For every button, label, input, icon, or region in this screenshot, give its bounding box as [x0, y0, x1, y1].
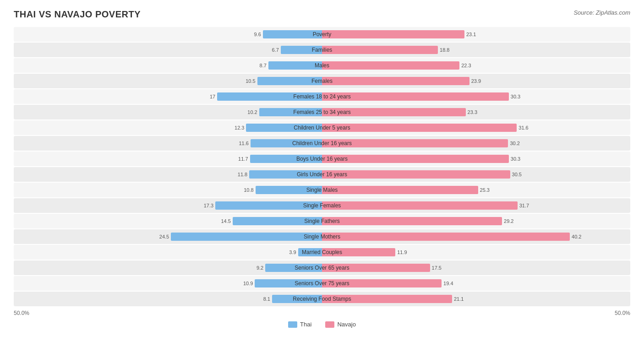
thai-value-label: 9.6 [254, 32, 261, 37]
category-label: Boys Under 16 years [296, 156, 348, 162]
bar-row: 10.9 Seniors Over 75 years 19.4 [14, 276, 630, 291]
bar-row: 17.3 Single Females 31.7 [14, 198, 630, 213]
category-label: Children Under 5 years [294, 125, 350, 131]
bar-row: 11.8 Girls Under 16 years 30.5 [14, 167, 630, 182]
bar-navajo [322, 155, 509, 163]
bar-row: 14.5 Single Fathers 29.2 [14, 214, 630, 228]
bar-navajo [322, 170, 510, 179]
thai-value-label: 11.8 [238, 172, 247, 177]
category-label: Girls Under 16 years [297, 171, 347, 178]
thai-value-label: 10.9 [243, 281, 253, 286]
bar-navajo [322, 77, 469, 85]
category-label: Poverty [313, 31, 332, 38]
category-label: Females 25 to 34 years [293, 109, 350, 115]
navajo-value-label: 23.9 [471, 78, 481, 84]
bar-navajo [322, 201, 518, 210]
thai-value-label: 3.9 [289, 249, 296, 255]
navajo-value-label: 19.4 [443, 281, 453, 286]
thai-value-label: 8.7 [260, 63, 267, 68]
chart-source: Source: ZipAtlas.com [573, 9, 630, 16]
navajo-value-label: 30.5 [512, 172, 522, 177]
bar-navajo [322, 124, 517, 132]
navajo-value-label: 17.5 [432, 265, 442, 271]
bar-row: 6.7 Families 18.8 [14, 43, 630, 57]
thai-value-label: 24.5 [159, 234, 169, 239]
thai-value-label: 10.2 [247, 109, 257, 115]
navajo-value-label: 23.1 [466, 32, 476, 37]
category-label: Males [315, 62, 329, 69]
thai-value-label: 11.7 [238, 156, 248, 162]
thai-value-label: 11.6 [239, 141, 248, 146]
bar-row: 9.2 Seniors Over 65 years 17.5 [14, 260, 630, 275]
navajo-value-label: 22.3 [461, 63, 471, 68]
bar-row: 9.6 Poverty 23.1 [14, 27, 630, 42]
bar-row: 8.7 Males 22.3 [14, 58, 630, 73]
legend-navajo-label: Navajo [337, 321, 355, 328]
legend-thai-box [288, 321, 297, 328]
category-label: Single Fathers [304, 218, 339, 224]
category-label: Children Under 16 years [292, 140, 352, 146]
navajo-value-label: 40.2 [572, 234, 581, 239]
bar-row: 3.9 Married Couples 11.9 [14, 245, 630, 260]
category-label: Females [311, 78, 333, 84]
bar-thai [268, 61, 322, 70]
bar-row: 10.5 Females 23.9 [14, 74, 630, 88]
legend-navajo-box [325, 321, 334, 328]
chart-title: THAI VS NAVAJO POVERTY [14, 9, 141, 20]
category-label: Receiving Food Stamps [293, 296, 351, 302]
bar-navajo [322, 61, 459, 70]
navajo-value-label: 30.3 [511, 94, 520, 99]
navajo-value-label: 31.6 [518, 125, 528, 130]
navajo-value-label: 11.9 [397, 249, 407, 255]
axis-labels: 50.0% 50.0% [14, 310, 630, 316]
navajo-value-label: 18.8 [440, 47, 449, 53]
thai-value-label: 8.1 [263, 296, 270, 302]
bar-row: 10.2 Females 25 to 34 years 23.3 [14, 105, 630, 119]
axis-left-label: 50.0% [14, 310, 29, 316]
thai-value-label: 10.5 [246, 78, 255, 84]
category-label: Single Males [306, 187, 338, 193]
bar-navajo [322, 46, 438, 54]
navajo-value-label: 30.3 [511, 156, 520, 162]
legend-thai: Thai [288, 321, 311, 328]
bar-navajo [322, 233, 570, 241]
bar-row: 17 Females 18 to 24 years 30.3 [14, 89, 630, 104]
bar-navajo [322, 30, 464, 38]
category-label: Females 18 to 24 years [293, 93, 350, 100]
chart-body: 9.6 Poverty 23.1 6.7 Families [14, 27, 630, 306]
bar-row: 10.8 Single Males 25.3 [14, 183, 630, 197]
thai-value-label: 9.2 [257, 265, 263, 271]
chart-container: THAI VS NAVAJO POVERTY Source: ZipAtlas.… [14, 9, 630, 328]
category-label: Single Females [303, 202, 341, 209]
thai-value-label: 17 [210, 94, 215, 99]
bar-row: 8.1 Receiving Food Stamps 21.1 [14, 292, 630, 306]
legend-thai-label: Thai [300, 321, 311, 328]
category-label: Seniors Over 75 years [295, 280, 349, 287]
chart-header: THAI VS NAVAJO POVERTY Source: ZipAtlas.… [14, 9, 630, 20]
bar-thai [171, 233, 322, 241]
category-label: Seniors Over 65 years [295, 265, 349, 271]
category-label: Families [312, 47, 333, 53]
navajo-value-label: 25.3 [480, 187, 490, 193]
thai-value-label: 12.3 [235, 125, 244, 130]
category-label: Married Couples [302, 249, 342, 255]
bar-row: 11.7 Boys Under 16 years 30.3 [14, 152, 630, 166]
category-label: Single Mothers [304, 233, 340, 240]
thai-value-label: 6.7 [272, 47, 279, 53]
legend: Thai Navajo [14, 321, 630, 328]
bar-navajo [322, 217, 502, 225]
navajo-value-label: 21.1 [454, 296, 464, 302]
bar-row: 11.6 Children Under 16 years 30.2 [14, 136, 630, 151]
thai-value-label: 17.3 [204, 203, 213, 208]
bar-navajo [322, 186, 478, 194]
axis-right-label: 50.0% [615, 310, 630, 316]
legend-navajo: Navajo [325, 321, 355, 328]
navajo-value-label: 29.2 [504, 218, 513, 224]
thai-value-label: 14.5 [221, 218, 230, 224]
navajo-value-label: 23.3 [468, 109, 477, 115]
navajo-value-label: 31.7 [519, 203, 529, 208]
thai-value-label: 10.8 [244, 187, 253, 193]
bar-row: 12.3 Children Under 5 years 31.6 [14, 120, 630, 135]
bar-row: 24.5 Single Mothers 40.2 [14, 229, 630, 244]
navajo-value-label: 30.2 [510, 141, 519, 146]
